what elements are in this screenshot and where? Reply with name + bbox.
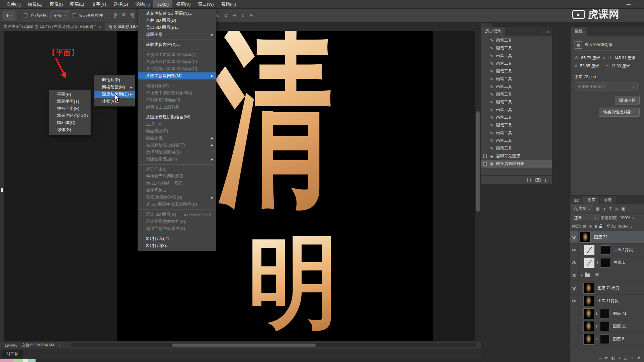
menubar-item[interactable]: 3D(D) bbox=[153, 0, 172, 8]
mask-thumbnail[interactable] bbox=[601, 245, 610, 255]
layer-thumbnail[interactable] bbox=[583, 296, 594, 306]
align-icon[interactable]: ▛ bbox=[111, 11, 120, 19]
align-icon[interactable]: ▜ bbox=[128, 11, 137, 19]
3d-mode-icon[interactable]: ⇕ bbox=[238, 11, 247, 19]
menu-item[interactable]: 渲染 3D 图层(R) Alt+Shift+Ctrl+R ▶ bbox=[138, 211, 216, 218]
panel-tab[interactable]: 通道 bbox=[600, 196, 616, 204]
menubar-item[interactable]: 文字(Y) bbox=[88, 0, 110, 8]
layer-row[interactable]: ↳ ▼ ∞ 曲线 1 bbox=[570, 256, 644, 269]
menu-item[interactable]: 双面纯色凸出(X) bbox=[49, 112, 91, 119]
layer-name[interactable]: 图层 71 bbox=[613, 311, 627, 316]
history-source-checkbox[interactable] bbox=[483, 162, 487, 166]
history-step[interactable]: ✎ 画笔工具 bbox=[481, 137, 552, 144]
restore-icon[interactable]: ▫ bbox=[637, 2, 638, 7]
horizontal-scrollbar[interactable] bbox=[71, 343, 477, 347]
layer-thumbnail[interactable] bbox=[583, 334, 594, 345]
visibility-toggle[interactable] bbox=[570, 231, 579, 243]
layer-row[interactable]: ↳ ▼ ∞ 图层 11 bbox=[570, 320, 644, 333]
tools-panel-strip[interactable] bbox=[0, 31, 4, 341]
menu-item[interactable]: 从文件新建 3D 图层(N)... ▶ bbox=[138, 10, 216, 17]
width-value[interactable]: 65.79 厘米 bbox=[581, 55, 600, 61]
layer-filter-icon[interactable]: T bbox=[607, 205, 614, 212]
layer-name[interactable]: 图层 71拷贝 bbox=[597, 285, 619, 291]
horizontal-scrollbar-thumb[interactable] bbox=[172, 344, 316, 347]
new-snapshot-camera-icon[interactable] bbox=[535, 178, 541, 182]
menu-item[interactable]: 显示/隐藏多边形(H) ▶ bbox=[138, 194, 216, 201]
menu-item[interactable]: 从图层新建网格(M) ▶ bbox=[138, 72, 216, 79]
mask-link-icon[interactable]: ∞ bbox=[596, 261, 600, 264]
menubar-item[interactable]: 图层(L) bbox=[66, 0, 88, 8]
menu-item[interactable]: 球面全景 ▶ bbox=[138, 31, 216, 38]
layer-name[interactable]: 图层 11拷贝 bbox=[597, 298, 619, 304]
menu-item[interactable]: 导出 3D 图层(E)... ▶ bbox=[138, 24, 216, 31]
layer-thumbnail[interactable] bbox=[583, 283, 594, 294]
convert-to-linked-button[interactable]: 转换为链接对象… bbox=[599, 108, 640, 117]
layers-footer-icon[interactable]: ◧ bbox=[611, 356, 614, 360]
filter-kind-dropdown[interactable]: 类型 ∨ bbox=[572, 205, 593, 212]
visibility-toggle[interactable] bbox=[570, 256, 579, 269]
menu-item[interactable]: 双面平面(T) bbox=[49, 98, 91, 105]
menu-item[interactable]: 将场景中的所有对象编组 ▶ bbox=[138, 89, 216, 97]
history-step[interactable]: ✎ 画笔工具 bbox=[481, 129, 552, 137]
3d-mode-icon[interactable]: ⊕ bbox=[247, 11, 255, 19]
edit-contents-button[interactable]: 编辑内容 bbox=[615, 96, 640, 105]
layer-row[interactable]: ↳ ▼ ∞ 图层 11拷贝 bbox=[570, 295, 644, 307]
menu-item[interactable]: 明信片(P) ▶ bbox=[94, 77, 135, 84]
panel-menu-icon[interactable]: ≡ bbox=[547, 30, 549, 34]
menu-item[interactable]: 创建绘图叠加(N) ▶ bbox=[138, 156, 216, 163]
history-step[interactable]: ▣ 盖印可见图层 bbox=[481, 152, 552, 160]
adjustment-thumbnail[interactable] bbox=[584, 245, 595, 255]
layers-footer-icon[interactable]: fx bbox=[605, 356, 608, 360]
layers-footer-icon[interactable]: ∞ bbox=[599, 356, 602, 360]
group-disclosure-icon[interactable]: ▼ bbox=[580, 274, 583, 277]
menu-item[interactable]: 从所选路径新建 3D 模型(P) ▶ bbox=[138, 58, 216, 65]
visibility-toggle[interactable] bbox=[570, 282, 579, 294]
menu-item[interactable]: ▶ bbox=[141, 50, 213, 50]
layer-thumbnail[interactable] bbox=[583, 321, 594, 332]
menu-item[interactable]: 拆分凸出(I) ▶ bbox=[138, 166, 216, 173]
panel-tab[interactable]: 图层 bbox=[583, 196, 600, 204]
auto-select-target-dropdown[interactable]: 图层 ∨ bbox=[50, 11, 69, 19]
blend-mode-dropdown[interactable]: 正常 ∨ bbox=[572, 215, 599, 221]
history-step[interactable]: ▣ 转换为智能对象 bbox=[481, 160, 552, 168]
mask-link-icon[interactable]: ∞ bbox=[595, 338, 599, 341]
adjustment-thumbnail[interactable] bbox=[584, 257, 595, 268]
layer-name[interactable]: 图层 72 bbox=[594, 234, 608, 240]
panel-tab[interactable]: 3D bbox=[570, 197, 583, 204]
tool-preset-picker[interactable]: ✛ ∨ bbox=[3, 11, 15, 20]
zoom-level[interactable]: 19.44% bbox=[5, 343, 17, 347]
layer-row[interactable]: ↳ ▼ ∞ 图层 71 bbox=[570, 307, 644, 320]
menu-item[interactable]: 选择可绘画区域(B) ▶ bbox=[138, 149, 216, 156]
history-tab[interactable]: 历史记录 bbox=[481, 27, 505, 36]
layers-footer-icon[interactable]: ◑ bbox=[618, 356, 621, 360]
history-step[interactable]: ✎ 画笔工具 bbox=[481, 37, 552, 44]
menubar-item[interactable]: 窗口(W) bbox=[194, 0, 217, 8]
history-source-checkbox[interactable] bbox=[483, 155, 487, 158]
vertical-scrollbar-thumb[interactable] bbox=[476, 111, 480, 212]
visibility-toggle[interactable] bbox=[570, 269, 579, 282]
menu-item[interactable]: 纯色凸出(E) bbox=[49, 105, 91, 112]
mask-link-icon[interactable]: ∞ bbox=[596, 248, 600, 252]
menubar-item[interactable]: 图像(I) bbox=[46, 0, 66, 8]
menubar-item[interactable]: 视图(V) bbox=[172, 0, 194, 8]
menu-item[interactable]: 将对象移到地面(J) ▶ bbox=[138, 97, 216, 104]
menu-item[interactable]: ▶ bbox=[141, 81, 213, 81]
history-step[interactable]: ✎ 画笔工具 bbox=[481, 75, 552, 83]
new-document-from-state-icon[interactable] bbox=[527, 178, 531, 182]
history-step[interactable]: ✎ 画笔工具 bbox=[481, 90, 552, 98]
history-step[interactable]: ✎ 画笔工具 bbox=[481, 83, 552, 90]
mask-thumbnail[interactable] bbox=[600, 335, 609, 344]
menu-item[interactable]: 从 3D 图层生成工作路径(K) ▶ bbox=[138, 201, 216, 208]
3d-mode-icon[interactable]: ↺ bbox=[222, 11, 230, 19]
menu-item[interactable]: 平面(P) bbox=[49, 91, 91, 98]
visibility-toggle[interactable] bbox=[570, 244, 579, 256]
menu-item[interactable]: ▶ bbox=[141, 112, 213, 112]
layer-name[interactable]: 曲线 1拷贝 bbox=[613, 247, 633, 253]
vertical-scrollbar[interactable] bbox=[475, 31, 481, 341]
visibility-toggle[interactable] bbox=[570, 333, 579, 345]
menu-item[interactable]: ▶ bbox=[141, 164, 213, 165]
history-step[interactable]: ✎ 画笔工具 bbox=[481, 114, 552, 121]
minimize-icon[interactable]: — bbox=[627, 2, 631, 7]
layer-filter-icon[interactable]: ▱ bbox=[614, 205, 620, 212]
mask-thumbnail[interactable] bbox=[600, 309, 609, 318]
